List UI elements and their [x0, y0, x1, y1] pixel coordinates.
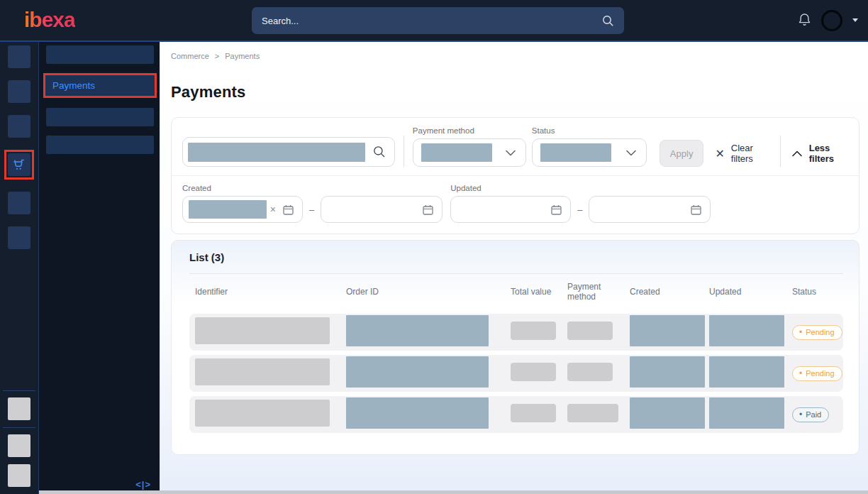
- date-clear-icon[interactable]: ×: [270, 204, 276, 215]
- search-icon[interactable]: [602, 15, 614, 27]
- redacted-payment-method: [567, 363, 613, 381]
- redacted-status-value: [540, 143, 611, 162]
- filter-search-input[interactable]: [182, 137, 395, 167]
- status-label: Status: [532, 126, 647, 135]
- main-content: Commerce > Payments Payments: [160, 40, 868, 494]
- sidebar-item-payments-label: Payments: [52, 80, 95, 91]
- calendar-icon[interactable]: [422, 204, 434, 216]
- breadcrumb-payments[interactable]: Payments: [225, 52, 260, 60]
- filters-row-divider: [172, 175, 859, 176]
- list-title: List (3): [189, 251, 843, 263]
- app-window: ibexa: [0, 0, 868, 494]
- global-search[interactable]: [252, 7, 624, 34]
- redacted-payment-method: [567, 404, 618, 422]
- user-avatar[interactable]: [821, 10, 842, 31]
- calendar-icon[interactable]: [550, 204, 562, 216]
- calendar-icon[interactable]: [690, 204, 702, 216]
- notifications-bell-icon[interactable]: [798, 13, 811, 28]
- filter-divider: [404, 136, 404, 167]
- filter-search-icon[interactable]: [373, 146, 386, 158]
- status-badge: •Paid: [792, 407, 829, 422]
- redacted-total-value: [511, 322, 556, 340]
- status-badge: •Pending: [792, 366, 842, 381]
- updated-to-date-input[interactable]: [589, 196, 711, 223]
- redacted-updated: [709, 356, 784, 388]
- col-identifier[interactable]: Identifier: [195, 287, 346, 297]
- primary-nav-rail: [0, 40, 39, 494]
- payments-highlight-box: Payments: [43, 73, 157, 98]
- redacted-payment-method: [567, 322, 613, 340]
- rail-bottom-item-3[interactable]: [8, 464, 30, 487]
- table-row[interactable]: •Paid: [189, 396, 843, 433]
- col-updated[interactable]: Updated: [709, 287, 792, 297]
- sidebar-collapse-icon[interactable]: <|>: [135, 479, 151, 490]
- sidebar-item-redacted-1[interactable]: [46, 45, 154, 64]
- redacted-updated: [709, 315, 784, 346]
- date-range-dash: –: [309, 204, 314, 215]
- rail-divider: [3, 427, 35, 428]
- col-status[interactable]: Status: [792, 287, 843, 297]
- nav-icon-redacted-4[interactable]: [8, 192, 30, 214]
- nav-icon-redacted-5[interactable]: [8, 226, 30, 249]
- created-to-date-input[interactable]: [321, 196, 443, 223]
- updated-from-date-input[interactable]: [450, 196, 571, 223]
- filters-panel: Payment method Status: [171, 117, 859, 234]
- page-title: Payments: [171, 83, 859, 101]
- redacted-created: [630, 397, 705, 429]
- ibexa-logo[interactable]: ibexa: [24, 8, 75, 32]
- apply-button[interactable]: Apply: [660, 140, 704, 167]
- top-bar: ibexa: [0, 0, 868, 40]
- sidebar-item-redacted-3[interactable]: [46, 136, 154, 154]
- breadcrumb-commerce[interactable]: Commerce: [171, 52, 209, 60]
- nav-icon-redacted-3[interactable]: [8, 115, 30, 138]
- sidebar-item-payments[interactable]: Payments: [45, 75, 155, 96]
- nav-icon-redacted-2[interactable]: [8, 80, 30, 103]
- calendar-icon[interactable]: [282, 204, 294, 216]
- redacted-order-id: [346, 315, 489, 346]
- sidebar-item-redacted-2[interactable]: [46, 108, 154, 126]
- redacted-date-value: [189, 200, 267, 219]
- table-row[interactable]: •Pending: [189, 355, 843, 392]
- col-payment-method[interactable]: Payment method: [567, 282, 630, 302]
- created-label: Created: [182, 184, 443, 192]
- redacted-identifier: [195, 317, 330, 344]
- horizontal-scrollbar[interactable]: [39, 490, 868, 494]
- col-order-id[interactable]: Order ID: [346, 287, 511, 297]
- redacted-identifier: [195, 400, 330, 427]
- status-select[interactable]: [532, 138, 647, 167]
- rail-bottom-item-1[interactable]: [8, 397, 30, 420]
- less-filters-toggle[interactable]: Less filters: [792, 140, 848, 167]
- col-created[interactable]: Created: [630, 287, 709, 297]
- nav-icon-redacted-1[interactable]: [8, 45, 30, 68]
- payments-list-panel: List (3) Identifier Order ID Total value…: [171, 240, 859, 455]
- table-header-row: Identifier Order ID Total value Payment …: [189, 274, 843, 309]
- redacted-total-value: [511, 363, 556, 381]
- clear-x-icon: ✕: [715, 147, 724, 160]
- secondary-sidebar: Payments <|>: [39, 40, 160, 494]
- chevron-down-icon: [506, 150, 516, 156]
- rail-divider: [3, 390, 35, 391]
- payment-method-label: Payment method: [413, 126, 526, 135]
- status-badge: •Pending: [792, 325, 842, 340]
- commerce-cart-icon[interactable]: [8, 153, 30, 176]
- table-row[interactable]: •Pending: [189, 314, 843, 351]
- filter-divider: [780, 136, 781, 167]
- search-input[interactable]: [262, 16, 602, 26]
- clear-filters-button[interactable]: ✕ Clear filters: [715, 140, 768, 167]
- col-total-value[interactable]: Total value: [511, 287, 567, 297]
- chevron-up-icon: [792, 150, 802, 157]
- redacted-search-value: [188, 143, 365, 162]
- clear-filters-label: Clear filters: [731, 143, 769, 164]
- redacted-order-id: [346, 356, 489, 388]
- payment-method-select[interactable]: [413, 138, 526, 167]
- redacted-updated: [709, 397, 784, 429]
- rail-bottom-item-2[interactable]: [8, 434, 30, 457]
- breadcrumb-separator: >: [215, 52, 219, 60]
- redacted-order-id: [346, 397, 489, 429]
- created-from-date-input[interactable]: ×: [182, 196, 303, 223]
- breadcrumb: Commerce > Payments: [171, 52, 859, 60]
- redacted-created: [630, 315, 705, 346]
- redacted-identifier: [195, 358, 330, 385]
- user-menu-caret-icon[interactable]: [852, 18, 858, 22]
- commerce-highlight-box: [4, 150, 34, 180]
